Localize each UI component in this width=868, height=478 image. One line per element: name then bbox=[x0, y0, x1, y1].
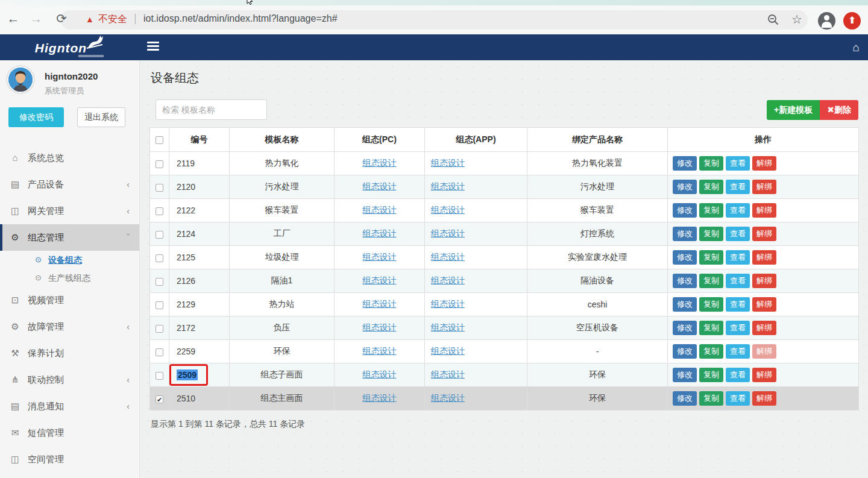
config-pc-link[interactable]: 组态设计 bbox=[363, 158, 397, 168]
table-row[interactable]: 2129热力站组态设计组态设计ceshi修改复制查看解绑 bbox=[150, 293, 859, 316]
sidebar-subitem-3-0[interactable]: ⊙设备组态 bbox=[0, 251, 139, 269]
copy-button[interactable]: 复制 bbox=[699, 274, 723, 288]
new-template-button[interactable]: +新建模板 bbox=[767, 100, 820, 120]
row-checkbox[interactable] bbox=[156, 207, 163, 215]
row-checkbox[interactable] bbox=[156, 254, 163, 262]
config-app-link[interactable]: 组态设计 bbox=[431, 252, 465, 262]
unbind-button[interactable]: 解绑 bbox=[752, 227, 776, 241]
table-row[interactable]: 2259环保组态设计组态设计-修改复制查看解绑 bbox=[150, 340, 859, 363]
view-button[interactable]: 查看 bbox=[726, 250, 750, 265]
logout-button[interactable]: 退出系统 bbox=[77, 107, 125, 127]
config-pc-link[interactable]: 组态设计 bbox=[363, 370, 397, 379]
view-button[interactable]: 查看 bbox=[726, 203, 750, 218]
config-pc-link[interactable]: 组态设计 bbox=[363, 228, 397, 238]
view-button[interactable]: 查看 bbox=[726, 180, 750, 194]
config-pc-link[interactable]: 组态设计 bbox=[363, 252, 397, 262]
config-pc-link[interactable]: 组态设计 bbox=[363, 181, 397, 191]
browser-profile-icon[interactable] bbox=[818, 12, 835, 30]
table-row[interactable]: ✔2510组态主画面组态设计组态设计环保修改复制查看解绑 bbox=[150, 387, 859, 410]
config-pc-link[interactable]: 组态设计 bbox=[363, 346, 397, 356]
edit-button[interactable]: 修改 bbox=[673, 344, 697, 359]
unbind-button[interactable]: 解绑 bbox=[752, 368, 776, 382]
forward-icon[interactable]: → bbox=[28, 11, 45, 26]
copy-button[interactable]: 复制 bbox=[699, 321, 723, 335]
unbind-button[interactable]: 解绑 bbox=[752, 250, 776, 265]
table-row[interactable]: 2124工厂组态设计组态设计灯控系统修改复制查看解绑 bbox=[150, 222, 859, 246]
zoom-out-icon[interactable] bbox=[767, 13, 780, 27]
home-icon[interactable]: ⌂ bbox=[853, 41, 860, 54]
unbind-button[interactable]: 解绑 bbox=[752, 297, 776, 312]
sidebar-item-3[interactable]: ⚙组态管理ˇ bbox=[0, 224, 139, 251]
table-row[interactable]: 2120污水处理组态设计组态设计污水处理修改复制查看解绑 bbox=[150, 175, 859, 199]
config-app-link[interactable]: 组态设计 bbox=[431, 205, 465, 215]
copy-button[interactable]: 复制 bbox=[699, 391, 723, 406]
sidebar-item-4[interactable]: ⊡视频管理 bbox=[0, 287, 139, 313]
copy-button[interactable]: 复制 bbox=[699, 227, 723, 241]
search-input[interactable] bbox=[156, 99, 267, 120]
view-button[interactable]: 查看 bbox=[726, 321, 750, 335]
unbind-button[interactable]: 解绑 bbox=[752, 180, 776, 194]
edit-button[interactable]: 修改 bbox=[673, 391, 697, 406]
config-app-link[interactable]: 组态设计 bbox=[431, 393, 465, 403]
view-button[interactable]: 查看 bbox=[726, 368, 750, 382]
table-row[interactable]: 2119热力氧化组态设计组态设计热力氧化装置修改复制查看解绑 bbox=[150, 152, 859, 175]
view-button[interactable]: 查看 bbox=[726, 297, 750, 312]
config-app-link[interactable]: 组态设计 bbox=[431, 299, 465, 309]
delete-button[interactable]: ✖删除 bbox=[820, 100, 858, 120]
copy-button[interactable]: 复制 bbox=[699, 368, 723, 382]
table-row[interactable]: 2126隔油1组态设计组态设计隔油设备修改复制查看解绑 bbox=[150, 269, 859, 293]
sidebar-item-5[interactable]: ⚙故障管理‹ bbox=[0, 313, 139, 340]
config-pc-link[interactable]: 组态设计 bbox=[363, 275, 397, 285]
copy-button[interactable]: 复制 bbox=[699, 180, 723, 194]
edit-button[interactable]: 修改 bbox=[673, 368, 697, 382]
config-app-link[interactable]: 组态设计 bbox=[431, 158, 465, 168]
copy-button[interactable]: 复制 bbox=[699, 203, 723, 218]
edit-button[interactable]: 修改 bbox=[673, 180, 697, 194]
unbind-button[interactable]: 解绑 bbox=[752, 156, 776, 171]
view-button[interactable]: 查看 bbox=[726, 227, 750, 241]
row-checkbox[interactable] bbox=[156, 184, 163, 192]
config-app-link[interactable]: 组态设计 bbox=[431, 228, 465, 238]
config-app-link[interactable]: 组态设计 bbox=[431, 181, 465, 191]
bookmark-star-icon[interactable]: ☆ bbox=[788, 12, 805, 27]
view-button[interactable]: 查看 bbox=[726, 156, 750, 171]
sidebar-item-0[interactable]: ⌂系统总览 bbox=[0, 145, 139, 171]
edit-button[interactable]: 修改 bbox=[673, 156, 697, 171]
unbind-button[interactable]: 解绑 bbox=[752, 391, 776, 406]
row-checkbox[interactable] bbox=[156, 231, 163, 239]
sidebar-subitem-3-1[interactable]: ⊙生产线组态 bbox=[0, 269, 139, 287]
reload-icon[interactable]: ⟳ bbox=[53, 11, 70, 26]
url-text[interactable]: iot.idosp.net/admin/index.html?language=… bbox=[143, 13, 338, 24]
config-app-link[interactable]: 组态设计 bbox=[431, 275, 465, 285]
table-row[interactable]: 2122猴车装置组态设计组态设计猴车装置修改复制查看解绑 bbox=[150, 199, 859, 222]
unbind-button[interactable]: 解绑 bbox=[752, 203, 776, 218]
row-checkbox[interactable] bbox=[156, 325, 163, 333]
unbind-button[interactable]: 解绑 bbox=[752, 274, 776, 288]
back-icon[interactable]: ← bbox=[5, 11, 22, 26]
view-button[interactable]: 查看 bbox=[726, 344, 750, 359]
edit-button[interactable]: 修改 bbox=[673, 274, 697, 288]
sidebar-item-2[interactable]: ◫网关管理‹ bbox=[0, 198, 139, 224]
config-app-link[interactable]: 组态设计 bbox=[431, 370, 465, 379]
sidebar-item-6[interactable]: ⚒保养计划 bbox=[0, 340, 139, 366]
view-button[interactable]: 查看 bbox=[726, 391, 750, 406]
config-pc-link[interactable]: 组态设计 bbox=[363, 299, 397, 309]
row-checkbox[interactable] bbox=[156, 301, 163, 309]
unbind-button[interactable]: 解绑 bbox=[752, 344, 776, 359]
logo[interactable]: Hignton bbox=[0, 34, 140, 60]
sidebar-item-9[interactable]: ✉短信管理 bbox=[0, 420, 139, 446]
edit-button[interactable]: 修改 bbox=[673, 250, 697, 265]
unbind-button[interactable]: 解绑 bbox=[752, 321, 776, 335]
browser-update-icon[interactable]: ⬆ bbox=[843, 12, 861, 30]
config-pc-link[interactable]: 组态设计 bbox=[363, 205, 397, 215]
copy-button[interactable]: 复制 bbox=[699, 250, 723, 265]
row-checkbox[interactable] bbox=[156, 160, 163, 168]
edit-button[interactable]: 修改 bbox=[673, 297, 697, 312]
row-checkbox[interactable] bbox=[156, 278, 163, 286]
copy-button[interactable]: 复制 bbox=[699, 344, 723, 359]
sidebar-item-1[interactable]: ▤产品设备‹ bbox=[0, 171, 139, 198]
row-checkbox[interactable] bbox=[156, 372, 163, 380]
edit-button[interactable]: 修改 bbox=[673, 227, 697, 241]
edit-button[interactable]: 修改 bbox=[673, 203, 697, 218]
view-button[interactable]: 查看 bbox=[726, 274, 750, 288]
